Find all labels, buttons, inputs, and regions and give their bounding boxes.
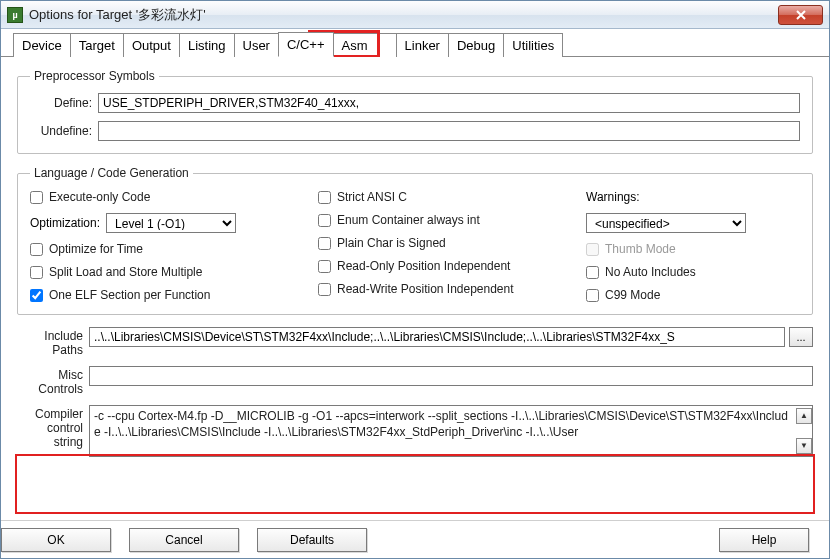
dialog-footer: OK Cancel Defaults Help — [1, 520, 829, 558]
chk-c99[interactable]: C99 Mode — [586, 288, 800, 302]
tab-linker[interactable]: Linker — [396, 33, 449, 57]
chk-rw-pi[interactable]: Read-Write Position Independent — [318, 282, 568, 296]
include-paths-browse-button[interactable]: ... — [789, 327, 813, 347]
optimization-select[interactable]: Level 1 (-O1) — [106, 213, 236, 233]
chk-split-load[interactable]: Split Load and Store Multiple — [30, 265, 300, 279]
tab-user[interactable]: User — [234, 33, 279, 57]
undefine-label: Undefine: — [30, 124, 98, 138]
include-paths-input[interactable] — [89, 327, 785, 347]
group-langgen: Language / Code Generation Execute-only … — [17, 166, 813, 315]
close-icon — [795, 10, 807, 20]
tabbar: Device Target Output Listing User C/C++ … — [1, 29, 829, 57]
define-label: Define: — [30, 96, 98, 110]
chk-one-elf[interactable]: One ELF Section per Function — [30, 288, 300, 302]
misc-controls-input[interactable] — [89, 366, 813, 386]
scroll-down-icon[interactable]: ▼ — [796, 438, 812, 454]
warnings-label: Warnings: — [586, 190, 800, 204]
compiler-control-string-label: Compiler control string — [17, 405, 89, 450]
tab-utilities[interactable]: Utilities — [503, 33, 563, 57]
group-preprocessor: Preprocessor Symbols Define: Undefine: — [17, 69, 813, 154]
defaults-button[interactable]: Defaults — [257, 528, 367, 552]
highlight-compiler-control-string — [15, 454, 815, 514]
close-button[interactable] — [778, 5, 823, 25]
tab-device[interactable]: Device — [13, 33, 71, 57]
chk-exec-only[interactable]: Execute-only Code — [30, 190, 300, 204]
group-langgen-legend: Language / Code Generation — [30, 166, 193, 180]
tab-listing[interactable]: Listing — [179, 33, 235, 57]
chk-ro-pi[interactable]: Read-Only Position Independent — [318, 259, 568, 273]
misc-controls-label: Misc Controls — [17, 366, 89, 397]
compiler-control-string-scroll[interactable]: ▲ ▼ — [796, 408, 812, 454]
chk-strict-ansi[interactable]: Strict ANSI C — [318, 190, 568, 204]
optimization-label: Optimization: — [30, 216, 100, 230]
group-preprocessor-legend: Preprocessor Symbols — [30, 69, 159, 83]
tab-output[interactable]: Output — [123, 33, 180, 57]
ok-button[interactable]: OK — [1, 528, 111, 552]
tab-panel-c-cpp: Preprocessor Symbols Define: Undefine: L… — [1, 57, 829, 520]
tab-debug[interactable]: Debug — [448, 33, 504, 57]
chk-no-auto-inc[interactable]: No Auto Includes — [586, 265, 800, 279]
compiler-control-string-text: -c --cpu Cortex-M4.fp -D__MICROLIB -g -O… — [94, 408, 796, 454]
scroll-up-icon[interactable]: ▲ — [796, 408, 812, 424]
compiler-control-string-field: -c --cpu Cortex-M4.fp -D__MICROLIB -g -O… — [89, 405, 813, 457]
app-icon: µ — [7, 7, 23, 23]
chk-optimize-time[interactable]: Optimize for Time — [30, 242, 300, 256]
chk-plain-char[interactable]: Plain Char is Signed — [318, 236, 568, 250]
chk-enum-container[interactable]: Enum Container always int — [318, 213, 568, 227]
undefine-input[interactable] — [98, 121, 800, 141]
include-paths-label: Include Paths — [17, 327, 89, 358]
tab-asm[interactable]: Asm — [333, 33, 397, 57]
tab-c-cpp[interactable]: C/C++ — [278, 32, 334, 57]
help-button[interactable]: Help — [719, 528, 809, 552]
window-title: Options for Target '多彩流水灯' — [29, 6, 778, 24]
define-input[interactable] — [98, 93, 800, 113]
chk-thumb-mode: Thumb Mode — [586, 242, 800, 256]
titlebar: µ Options for Target '多彩流水灯' — [1, 1, 829, 29]
cancel-button[interactable]: Cancel — [129, 528, 239, 552]
warnings-select[interactable]: <unspecified> — [586, 213, 746, 233]
lower-rows: Include Paths ... Misc Controls Compiler… — [17, 327, 813, 457]
tab-target[interactable]: Target — [70, 33, 124, 57]
